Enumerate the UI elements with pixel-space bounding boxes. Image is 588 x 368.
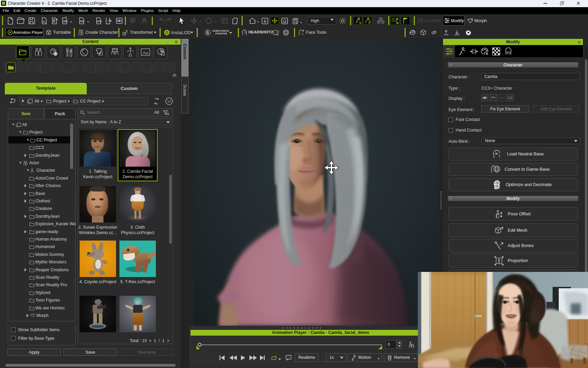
- svg-text:FBX: FBX: [80, 20, 85, 22]
- svg-text:S: S: [206, 30, 209, 35]
- svg-text:OBJ: OBJ: [63, 20, 68, 22]
- svg-text:USD: USD: [97, 20, 102, 22]
- svg-text:IC: IC: [43, 20, 45, 23]
